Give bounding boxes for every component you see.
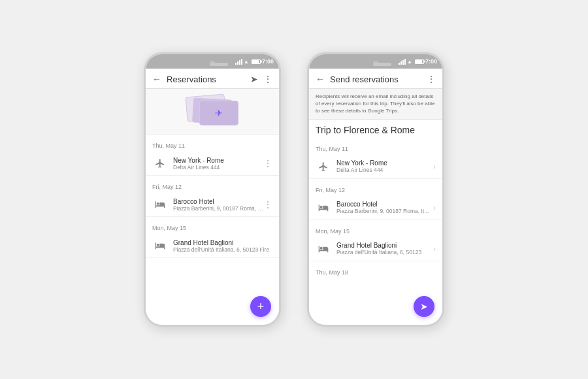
- date-label-fri-1: Fri, May 12: [152, 184, 182, 190]
- date-section-fri-2: Fri, May 12: [309, 179, 442, 196]
- wifi-icon: ▲: [244, 59, 249, 65]
- hotel-info-2: Grand Hotel Baglioni Piazza dell'Unità I…: [173, 239, 272, 253]
- signal-icon-2: [399, 59, 406, 65]
- back-button-2[interactable]: ←: [316, 74, 325, 84]
- send-item-flight-1[interactable]: New York - Rome Delta Air Lines 444 ›: [309, 155, 442, 179]
- send-reservations-fab[interactable]: ➤: [414, 296, 434, 317]
- phone-speaker: [210, 63, 228, 66]
- date-section-thu-2: Thu, May 11: [309, 138, 442, 155]
- send-item-hotel-1[interactable]: Barocco Hotel Piazza Barberini, 9, 00187…: [309, 196, 442, 220]
- header-icons-1: ➤ ⋮: [250, 74, 272, 84]
- reservation-item-hotel-2[interactable]: Grand Hotel Baglioni Piazza dell'Unità I…: [146, 234, 279, 258]
- header-icons-2: ⋮: [427, 74, 436, 84]
- app-header-1: ← Reservations ➤ ⋮: [146, 69, 279, 89]
- date-label-fri-2: Fri, May 12: [316, 187, 345, 193]
- hotel-title-2: Grand Hotel Baglioni: [173, 239, 272, 246]
- battery-icon-2: [415, 59, 424, 64]
- date-label-thu-18-2: Thu, May 18: [316, 269, 348, 276]
- trip-title: Trip to Florence & Rome: [316, 125, 436, 135]
- send-hotel-title-2: Grand Hotel Baglioni: [336, 242, 433, 249]
- flight-title-1: New York - Rome: [173, 157, 263, 164]
- hotel-icon-2: [152, 238, 168, 254]
- ticket-illustration: ✈: [183, 95, 242, 128]
- status-icons-1: ▲: [235, 59, 261, 65]
- app-content-2: ← Send reservations ⋮ Recipients will re…: [309, 69, 442, 325]
- date-label-mon-1: Mon, May 15: [152, 225, 186, 231]
- hotel-title-1: Barocco Hotel: [173, 198, 263, 205]
- back-button-1[interactable]: ←: [152, 74, 161, 84]
- phone-speaker-2: [373, 63, 391, 66]
- chevron-right-3: ›: [433, 244, 436, 254]
- send-hotel-sub-1: Piazza Barberini, 9, 00187 Roma, It...: [336, 208, 433, 214]
- app-header-2: ← Send reservations ⋮: [309, 69, 442, 89]
- wifi-icon-2: ▲: [407, 59, 412, 65]
- hotel-sub-1: Piazza Barberini, 9, 00187 Roma, Italy: [173, 205, 263, 212]
- more-icon-2[interactable]: ⋮: [427, 74, 436, 84]
- hotel-svg-send-1: [318, 203, 329, 213]
- date-label-thu-2: Thu, May 11: [316, 146, 348, 152]
- send-flight-info-1: New York - Rome Delta Air Lines 444: [336, 159, 433, 173]
- ticket-card-3: ✈: [199, 101, 238, 125]
- plane-icon: ✈: [215, 108, 223, 118]
- battery-icon: [252, 59, 261, 64]
- date-section-thu-18-2: Thu, May 18: [309, 261, 442, 278]
- send-flight-sub-1: Delta Air Lines 444: [336, 167, 433, 173]
- flight-icon-1: [152, 156, 168, 171]
- ticket-illustration-area: ✈: [146, 89, 279, 135]
- status-time-2: 7:00: [425, 58, 437, 65]
- flight-sub-1: Delta Air Lines 444: [173, 164, 263, 171]
- hotel-sub-2: Piazza dell'Unità Italiana, 6, 50123 Fir…: [173, 246, 272, 253]
- app-content-1: ← Reservations ➤ ⋮ ✈: [146, 69, 279, 325]
- date-section-mon-1: Mon, May 15: [146, 217, 279, 234]
- reservation-item-hotel-1[interactable]: Barocco Hotel Piazza Barberini, 9, 00187…: [146, 193, 279, 217]
- hotel-icon-send-1: [316, 200, 331, 216]
- date-section-fri-1: Fri, May 12: [146, 176, 279, 193]
- chevron-right-1: ›: [433, 162, 436, 171]
- send-reservations-scroll[interactable]: Trip to Florence & Rome Thu, May 11 New …: [309, 120, 442, 325]
- send-hotel-info-2: Grand Hotel Baglioni Piazza dell'Unità I…: [336, 242, 433, 255]
- date-label-mon-2: Mon, May 15: [316, 228, 350, 235]
- hotel-info-1: Barocco Hotel Piazza Barberini, 9, 00187…: [173, 198, 263, 212]
- phone-2: ▲ 7:00 ← Send reservations ⋮ Recipients …: [307, 52, 444, 327]
- chevron-right-2: ›: [433, 203, 436, 212]
- signal-icon: [235, 59, 242, 65]
- date-section-thu-1: Thu, May 11: [146, 135, 279, 152]
- status-time-1: 7:00: [262, 58, 274, 65]
- send-icon-1[interactable]: ➤: [250, 74, 258, 84]
- date-section-mon-2: Mon, May 15: [309, 220, 442, 237]
- hotel-more-1[interactable]: ⋮: [263, 199, 272, 210]
- trip-title-section: Trip to Florence & Rome: [309, 120, 442, 138]
- hotel-icon-send-2: [316, 241, 331, 257]
- hotel-svg-send-2: [318, 244, 329, 254]
- phone-1: ▲ 7:00 ← Reservations ➤ ⋮: [144, 52, 281, 327]
- send-hotel-title-1: Barocco Hotel: [336, 201, 433, 208]
- send-item-hotel-2[interactable]: Grand Hotel Baglioni Piazza dell'Unità I…: [309, 237, 442, 261]
- send-hotel-info-1: Barocco Hotel Piazza Barberini, 9, 00187…: [336, 201, 433, 214]
- send-notice: Recipients will receive an email includi…: [309, 89, 442, 120]
- more-icon-1[interactable]: ⋮: [263, 74, 272, 84]
- add-reservation-fab[interactable]: +: [250, 296, 271, 317]
- flight-more-1[interactable]: ⋮: [263, 158, 272, 169]
- reservation-item-flight-1[interactable]: New York - Rome Delta Air Lines 444 ⋮: [146, 152, 279, 176]
- hotel-icon-1: [152, 197, 168, 212]
- plane-svg-2: [318, 161, 329, 172]
- header-title-1: Reservations: [167, 74, 250, 84]
- send-flight-title-1: New York - Rome: [336, 159, 433, 167]
- hotel-svg-1: [155, 199, 165, 210]
- hotel-svg-2: [155, 240, 165, 251]
- send-hotel-sub-2: Piazza dell'Unità Italiana, 6, 50123: [336, 249, 433, 255]
- plane-svg-1: [155, 158, 165, 169]
- date-label-thu-1: Thu, May 11: [152, 142, 185, 149]
- flight-info-1: New York - Rome Delta Air Lines 444: [173, 157, 263, 171]
- flight-icon-2: [316, 159, 331, 174]
- header-title-2: Send reservations: [330, 74, 427, 84]
- status-icons-2: ▲: [399, 59, 424, 65]
